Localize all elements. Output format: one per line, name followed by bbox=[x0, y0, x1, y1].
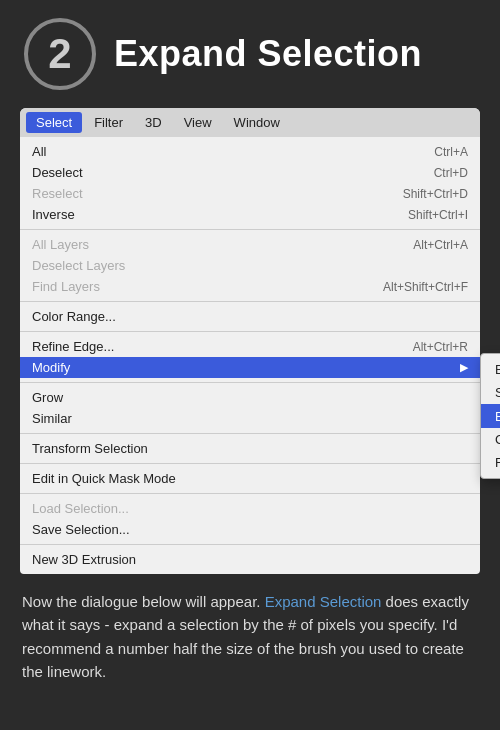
menu-item-deselect[interactable]: Deselect Ctrl+D bbox=[20, 162, 480, 183]
menu-item-all[interactable]: All Ctrl+A bbox=[20, 141, 480, 162]
menu-item-inverse-shortcut: Shift+Ctrl+I bbox=[408, 208, 468, 222]
menu-item-find-layers-label: Find Layers bbox=[32, 279, 100, 294]
step-circle: 2 bbox=[24, 18, 96, 90]
dropdown-menu: All Ctrl+A Deselect Ctrl+D Reselect Shif… bbox=[20, 137, 480, 574]
separator-2 bbox=[20, 301, 480, 302]
menu-item-all-layers[interactable]: All Layers Alt+Ctrl+A bbox=[20, 234, 480, 255]
menu-item-find-layers-shortcut: Alt+Shift+Ctrl+F bbox=[383, 280, 468, 294]
submenu-border-label: Border... bbox=[495, 362, 500, 377]
menu-item-all-shortcut: Ctrl+A bbox=[434, 145, 468, 159]
step-number: 2 bbox=[48, 33, 71, 75]
description: Now the dialogue below will appear. Expa… bbox=[22, 590, 478, 683]
menu-item-inverse[interactable]: Inverse Shift+Ctrl+I bbox=[20, 204, 480, 225]
menu-item-deselect-shortcut: Ctrl+D bbox=[434, 166, 468, 180]
submenu-item-contract[interactable]: Contract... bbox=[481, 428, 500, 451]
menu-item-all-label: All bbox=[32, 144, 46, 159]
separator-7 bbox=[20, 493, 480, 494]
separator-5 bbox=[20, 433, 480, 434]
submenu-wrapper: Modify ▶ Border... Smooth... Expand... 🖱… bbox=[20, 357, 480, 378]
menu-item-transform-selection[interactable]: Transform Selection bbox=[20, 438, 480, 459]
menu-bar: Select Filter 3D View Window bbox=[20, 108, 480, 137]
separator-8 bbox=[20, 544, 480, 545]
menu-item-refine-edge[interactable]: Refine Edge... Alt+Ctrl+R bbox=[20, 336, 480, 357]
menu-item-load-selection[interactable]: Load Selection... bbox=[20, 498, 480, 519]
menu-item-quick-mask[interactable]: Edit in Quick Mask Mode bbox=[20, 468, 480, 489]
menu-item-inverse-label: Inverse bbox=[32, 207, 75, 222]
menu-bar-3d[interactable]: 3D bbox=[135, 112, 172, 133]
submenu-item-feather[interactable]: Feather... Shift+F6 bbox=[481, 451, 500, 474]
menu-item-refine-edge-shortcut: Alt+Ctrl+R bbox=[413, 340, 468, 354]
menu-item-transform-label: Transform Selection bbox=[32, 441, 148, 456]
menu-item-modify[interactable]: Modify ▶ bbox=[20, 357, 480, 378]
menu-item-similar-label: Similar bbox=[32, 411, 72, 426]
menu-item-color-range[interactable]: Color Range... bbox=[20, 306, 480, 327]
menu-item-reselect-shortcut: Shift+Ctrl+D bbox=[403, 187, 468, 201]
menu-item-grow[interactable]: Grow bbox=[20, 387, 480, 408]
menu-item-all-layers-label: All Layers bbox=[32, 237, 89, 252]
menu-item-save-selection[interactable]: Save Selection... bbox=[20, 519, 480, 540]
menu-bar-view[interactable]: View bbox=[174, 112, 222, 133]
menu-item-load-label: Load Selection... bbox=[32, 501, 129, 516]
header-title: Expand Selection bbox=[114, 33, 422, 75]
separator-6 bbox=[20, 463, 480, 464]
menu-container: Select Filter 3D View Window All Ctrl+A … bbox=[20, 108, 480, 574]
menu-item-reselect-label: Reselect bbox=[32, 186, 83, 201]
submenu-expand-label: Expand... bbox=[495, 409, 500, 424]
submenu-item-expand[interactable]: Expand... 🖱 bbox=[481, 404, 500, 428]
submenu-item-border[interactable]: Border... bbox=[481, 358, 500, 381]
modify-arrow-icon: ▶ bbox=[460, 361, 468, 374]
menu-item-quick-mask-label: Edit in Quick Mask Mode bbox=[32, 471, 176, 486]
menu-item-grow-label: Grow bbox=[32, 390, 63, 405]
submenu-item-smooth[interactable]: Smooth... bbox=[481, 381, 500, 404]
menu-item-all-layers-shortcut: Alt+Ctrl+A bbox=[413, 238, 468, 252]
menu-item-modify-label: Modify bbox=[32, 360, 70, 375]
modify-submenu: Border... Smooth... Expand... 🖱 Contract… bbox=[480, 353, 500, 479]
menu-item-deselect-layers[interactable]: Deselect Layers bbox=[20, 255, 480, 276]
separator-4 bbox=[20, 382, 480, 383]
description-text1: Now the dialogue below will appear. bbox=[22, 593, 265, 610]
menu-item-deselect-layers-label: Deselect Layers bbox=[32, 258, 125, 273]
header: 2 Expand Selection bbox=[0, 0, 500, 100]
submenu-feather-label: Feather... bbox=[495, 455, 500, 470]
menu-item-deselect-label: Deselect bbox=[32, 165, 83, 180]
separator-3 bbox=[20, 331, 480, 332]
menu-item-similar[interactable]: Similar bbox=[20, 408, 480, 429]
menu-bar-select[interactable]: Select bbox=[26, 112, 82, 133]
menu-item-save-label: Save Selection... bbox=[32, 522, 130, 537]
submenu-contract-label: Contract... bbox=[495, 432, 500, 447]
menu-item-refine-edge-label: Refine Edge... bbox=[32, 339, 114, 354]
menu-item-color-range-label: Color Range... bbox=[32, 309, 116, 324]
menu-item-find-layers[interactable]: Find Layers Alt+Shift+Ctrl+F bbox=[20, 276, 480, 297]
description-highlight: Expand Selection bbox=[265, 593, 382, 610]
menu-item-new-3d-label: New 3D Extrusion bbox=[32, 552, 136, 567]
menu-item-reselect[interactable]: Reselect Shift+Ctrl+D bbox=[20, 183, 480, 204]
menu-bar-window[interactable]: Window bbox=[224, 112, 290, 133]
menu-item-new-3d[interactable]: New 3D Extrusion bbox=[20, 549, 480, 570]
separator-1 bbox=[20, 229, 480, 230]
menu-bar-filter[interactable]: Filter bbox=[84, 112, 133, 133]
submenu-smooth-label: Smooth... bbox=[495, 385, 500, 400]
